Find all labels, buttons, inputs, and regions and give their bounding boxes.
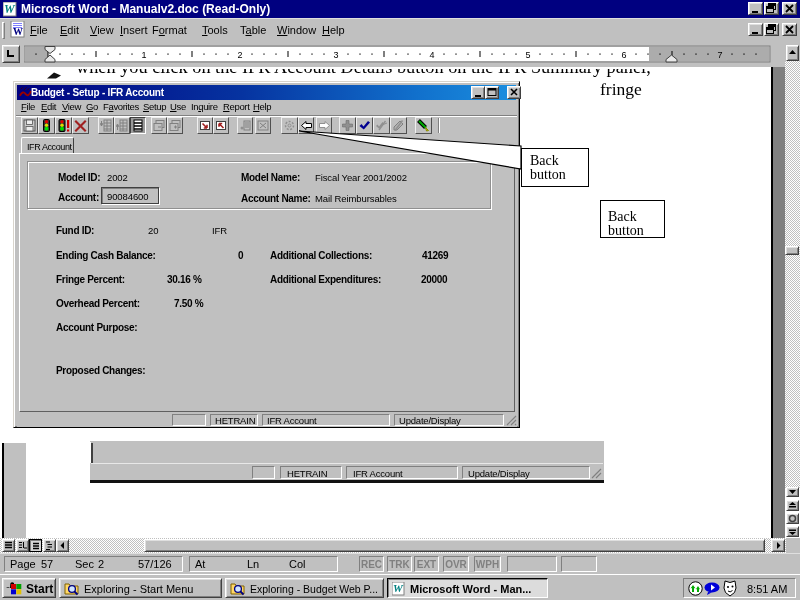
svg-text:7: 7 [717,50,722,60]
svg-text:1: 1 [141,50,146,60]
svg-text:6: 6 [621,50,626,60]
svg-text:5: 5 [525,50,530,60]
svg-text:2: 2 [237,50,242,60]
svg-text:3: 3 [333,50,338,60]
svg-text:4: 4 [429,50,434,60]
svg-text:W: W [393,582,404,594]
svg-text:W: W [4,2,16,16]
